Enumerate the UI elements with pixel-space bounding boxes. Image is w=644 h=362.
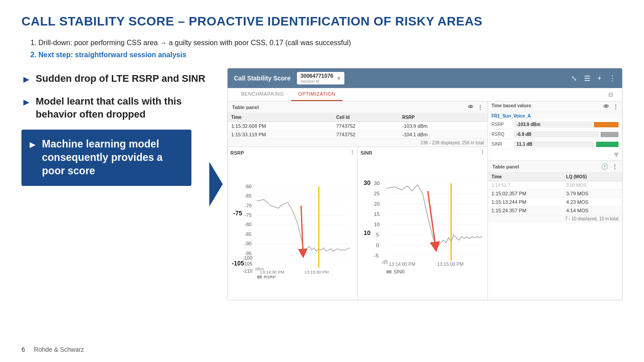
sinr-menu-icon[interactable]: ⋮ (480, 150, 485, 156)
rsrp-menu-icon[interactable]: ⋮ (350, 150, 355, 156)
session-id: 30064771076 Session Id (301, 73, 333, 84)
svg-text:-90: -90 (245, 241, 252, 247)
svg-text:5: 5 (376, 232, 379, 238)
svg-text:13:15:00 PM: 13:15:00 PM (305, 270, 329, 275)
sinr-chart-area: 30 30 25 20 15 10 10 5 0 -5 (360, 157, 485, 297)
page-title: CALL STABILITY SCORE – PROACTIVE IDENTIF… (21, 14, 623, 29)
session-badge: 30064771076 Session Id ✕ (297, 72, 344, 84)
eye-icon-2[interactable]: 👁 (603, 103, 609, 110)
metric-value-rsrq: -6.9 dB (514, 131, 599, 138)
svg-text:0: 0 (376, 243, 379, 248)
table-row: 1:15:33.119 PM 7743752 -104.1 dBm (228, 130, 487, 139)
add-icon[interactable]: + (597, 74, 602, 82)
sinr-chart: SINR ⋮ 30 30 25 20 15 (358, 147, 487, 300)
table-panel: Table panel 👁 ⋮ Time Cell Id (228, 101, 487, 147)
rsrp-table: Time Cell Id RSRP 1:15:32.608 PM 7743752 (228, 113, 487, 139)
slide: CALL STABILITY SCORE – PROACTIVE IDENTIF… (0, 0, 644, 362)
fr1-label: FR1_Sun_Voice_A (488, 112, 622, 120)
lq-table: Time LQ (MOS) 1:14:51.7... 3.00 MOS (488, 173, 622, 215)
dots-icon-2[interactable]: ⋮ (613, 103, 619, 110)
metric-value-rsrp: -103.9 dBm (514, 121, 592, 128)
dots-icon[interactable]: ⋮ (477, 104, 483, 110)
svg-text:25: 25 (374, 191, 380, 196)
rsrp-chart: RSRP ⋮ -60 -65 -70 -75 -75 (228, 147, 358, 300)
col-cellid: Cell Id (333, 113, 398, 122)
metric-name-rsrp: RSRP (491, 122, 514, 127)
dots-icon-3[interactable]: ⋮ (612, 163, 618, 170)
svg-line-23 (301, 206, 303, 254)
dashboard-panel: Call Stability Score 30064771076 Session… (227, 68, 623, 300)
tab-benchmarking[interactable]: BENCHMARKING (234, 88, 291, 101)
bullet-3-highlight: ► Machine learning model consequently pr… (21, 130, 191, 186)
svg-text:20: 20 (374, 201, 380, 206)
clock-icon[interactable]: 🕐 (601, 163, 608, 170)
lq-table-footer: 7 - 10 displayed, 10 in total (488, 215, 622, 223)
svg-text:-110: -110 (243, 268, 252, 274)
table-body: 1:15:32.608 PM 7743752 -103.9 dBm 1:15:3… (228, 122, 487, 139)
menu-icon[interactable]: ☰ (584, 74, 590, 83)
header-left: Call Stability Score 30064771076 Session… (234, 72, 344, 84)
bullet-2: ► Model learnt that calls with this beha… (21, 95, 209, 121)
eye-icon[interactable]: 👁 (468, 104, 474, 110)
table-row: 1:15:24.357 PM 4.14 MOS (488, 206, 622, 215)
svg-text:RSRP: RSRP (264, 274, 276, 279)
metric-rsrp: RSRP -103.9 dBm (488, 120, 622, 130)
subtitle-list: Drill-down: poor performing CSS area → a… (30, 37, 623, 61)
table-row: 1:15:32.608 PM 7743752 -103.9 dBm (228, 122, 487, 130)
svg-text:-85: -85 (245, 232, 252, 237)
tab-optimization[interactable]: OPTIMIZATION (291, 88, 343, 101)
left-panel: ► Sudden drop of LTE RSRP and SINR ► Mod… (21, 68, 209, 300)
time-based-header: Time based values 👁 ⋮ (488, 101, 622, 112)
subtitle-item-2: Next step: straightforward session analy… (30, 49, 623, 61)
svg-text:dB: dB (382, 260, 388, 265)
table-row: 1:14:51.7... 3.00 MOS (488, 181, 622, 189)
more-icon[interactable]: ⋮ (609, 74, 616, 83)
rsrp-chart-area: -60 -65 -70 -75 -75 -80 -85 -90 -95 -1 (230, 157, 355, 297)
lq-panel-icons: 🕐 ⋮ (601, 163, 618, 170)
metric-rsrq: RSRQ -6.9 dB (488, 130, 622, 139)
svg-line-48 (428, 191, 436, 247)
share-icon[interactable]: ⤡ (571, 74, 577, 83)
page-number: 6 (21, 346, 25, 353)
lq-scrollbar[interactable] (615, 173, 622, 181)
filter-icon[interactable]: ⊟ (606, 88, 616, 101)
bar-rsrq (601, 132, 619, 137)
table-row: 1:15:02.357 PM 3.79 MOS (488, 189, 622, 198)
metric-name-sinr: SINR (491, 142, 514, 147)
col-rsrp: RSRP (398, 113, 480, 122)
scroll-indicator: ▼ (488, 149, 622, 160)
bullet-1: ► Sudden drop of LTE RSRP and SINR (21, 72, 209, 86)
dashboard-tabs: BENCHMARKING OPTIMIZATION ⊟ (228, 88, 622, 101)
lq-col-time: Time (488, 173, 563, 181)
scrollbar[interactable] (480, 113, 487, 122)
connector-arrow (209, 162, 223, 206)
bar-rsrp (594, 122, 619, 127)
dashboard-left: Table panel 👁 ⋮ Time Cell Id (228, 101, 488, 300)
svg-text:SINR: SINR (394, 269, 405, 274)
svg-text:30: 30 (374, 181, 380, 186)
svg-text:-75: -75 (245, 212, 252, 218)
charts-row: RSRP ⋮ -60 -65 -70 -75 -75 (228, 147, 487, 300)
time-based-panel: Time based values 👁 ⋮ FR1_Sun_Voice_A RS… (488, 101, 622, 161)
bullet-arrow-1: ► (21, 73, 31, 86)
brand-name: Rohde & Schwarz (34, 346, 84, 353)
bullet-arrow-3: ► (28, 139, 38, 152)
time-icons: 👁 ⋮ (603, 103, 619, 110)
footer: 6 Rohde & Schwarz (21, 346, 84, 353)
subtitle-item-1: Drill-down: poor performing CSS area → a… (30, 37, 623, 49)
bullet-arrow-2: ► (21, 96, 31, 109)
svg-rect-27 (257, 276, 262, 278)
svg-rect-52 (386, 270, 392, 274)
svg-text:-5: -5 (374, 253, 378, 258)
dashboard-right: Time based values 👁 ⋮ FR1_Sun_Voice_A RS… (488, 101, 622, 300)
table-footer: 236 - 238 displayed, 256 in total (228, 139, 487, 147)
metric-sinr: SINR 11.1 dB (488, 139, 622, 149)
svg-text:13:14:00 PM: 13:14:00 PM (260, 270, 284, 275)
dashboard-body: Table panel 👁 ⋮ Time Cell Id (228, 101, 622, 300)
close-icon[interactable]: ✕ (337, 76, 341, 81)
col-time: Time (228, 113, 333, 122)
table-row: 1:15:13.244 PM 4.23 MOS (488, 198, 622, 206)
lq-panel-header: Table panel 🕐 ⋮ (488, 161, 622, 173)
table-panel-header: Table panel 👁 ⋮ (228, 101, 487, 113)
lq-table-body: 1:14:51.7... 3.00 MOS 1:15:02.357 PM 3.7… (488, 181, 622, 215)
